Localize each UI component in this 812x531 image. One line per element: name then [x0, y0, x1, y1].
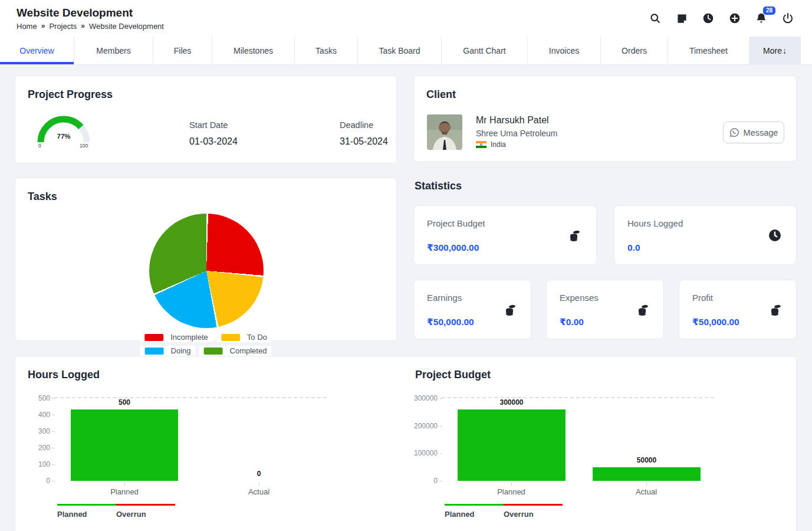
legend-item-overrun[interactable]: Overrun: [116, 504, 175, 519]
completed-swatch: [204, 348, 223, 355]
tab-members[interactable]: Members: [74, 37, 153, 64]
sticky-note-icon[interactable]: [675, 12, 688, 25]
start-date-value: 01-03-2024: [189, 136, 238, 147]
overview-content: Project Progress 77% 0 100 Start Date 01…: [0, 65, 812, 531]
stat-label: Project Budget: [427, 218, 485, 228]
tab-more[interactable]: More↓: [749, 37, 801, 64]
charts-card: Hours Logged 500 400 300 200 100 0 500 0…: [15, 356, 797, 531]
todo-swatch: [221, 334, 240, 341]
breadcrumb-separator: »: [81, 22, 85, 30]
statistics-title: Statistics: [415, 180, 797, 192]
legend-item-planned[interactable]: Planned: [445, 504, 504, 519]
search-icon[interactable]: [649, 12, 662, 25]
x-category-label: Actual: [617, 487, 676, 496]
coins-icon: [769, 303, 783, 317]
tab-orders[interactable]: Orders: [601, 37, 668, 64]
legend-item-incomplete[interactable]: Incomplete: [140, 332, 213, 342]
stat-value: ₹50,000.00: [427, 317, 474, 327]
bell-icon[interactable]: 28: [755, 12, 768, 25]
project-progress-title: Project Progress: [28, 88, 113, 101]
bar-value-label: 300000: [499, 398, 523, 407]
start-date-label: Start Date: [189, 120, 228, 130]
legend-item-completed[interactable]: Completed: [199, 346, 272, 356]
message-button[interactable]: Message: [723, 122, 784, 143]
hours-actual-bar: 0: [205, 398, 313, 481]
client-name: Mr Harsukh Patel: [476, 115, 549, 126]
stat-card-hours-logged: Hours Logged 0.0: [614, 205, 797, 265]
client-company: Shree Uma Petroleum: [476, 129, 558, 138]
legend-item-overrun[interactable]: Overrun: [504, 504, 563, 519]
hours-logged-chart-title: Hours Logged: [28, 369, 100, 381]
breadcrumb: Home » Projects » Website Development: [17, 22, 164, 31]
gauge-min-label: 0: [38, 143, 41, 149]
y-tick: 100: [23, 460, 50, 468]
incomplete-label: Incomplete: [170, 333, 208, 342]
tab-milestones[interactable]: Milestones: [212, 37, 295, 64]
tab-overview[interactable]: Overview: [0, 37, 74, 64]
hours-logged-legend: Planned Overrun: [57, 504, 175, 519]
y-tick: 300000: [410, 394, 438, 402]
breadcrumb-projects[interactable]: Projects: [49, 22, 77, 31]
stat-card-expenses: Expenses ₹0.00: [546, 280, 664, 339]
tasks-pie-legend-row1: Incomplete To Do: [140, 332, 272, 342]
message-button-label: Message: [744, 128, 778, 137]
project-tabbar: Overview Members Files Milestones Tasks …: [0, 37, 812, 65]
plus-circle-icon[interactable]: [728, 12, 741, 25]
stat-card-earnings: Earnings ₹50,000.00: [413, 280, 531, 339]
legend-item-doing[interactable]: Doing: [140, 346, 196, 356]
tab-files[interactable]: Files: [153, 37, 212, 64]
legend-item-planned[interactable]: Planned: [57, 504, 116, 519]
header-left: Website Development Home » Projects » We…: [17, 6, 164, 31]
stat-label: Expenses: [560, 293, 599, 303]
tasks-pie-chart: [149, 214, 264, 328]
coins-icon: [636, 303, 650, 317]
tab-gantt-chart[interactable]: Gantt Chart: [442, 37, 528, 64]
bar-value-label: 500: [119, 398, 130, 407]
y-tick: 400: [23, 411, 50, 419]
legend-overrun-label: Overrun: [116, 510, 175, 519]
legend-item-todo[interactable]: To Do: [216, 332, 272, 342]
deadline-value: 31-05-2024: [340, 136, 388, 147]
project-progress-card: Project Progress 77% 0 100 Start Date 01…: [15, 76, 397, 163]
todo-label: To Do: [247, 333, 267, 342]
tab-timesheet[interactable]: Timesheet: [668, 37, 749, 64]
power-icon[interactable]: [781, 12, 794, 25]
stat-value: 0.0: [627, 242, 640, 253]
project-budget-legend: Planned Overrun: [445, 504, 563, 519]
stat-label: Earnings: [427, 293, 462, 303]
y-tick: 0: [410, 477, 438, 485]
legend-planned-label: Planned: [57, 510, 116, 519]
stat-label: Hours Logged: [627, 218, 683, 228]
header-icons: 28: [649, 12, 794, 25]
breadcrumb-separator: »: [41, 22, 45, 30]
client-card: Client Mr Harsukh Patel Shree Uma Petrol: [413, 76, 797, 162]
stat-card-profit: Profit ₹50,000.00: [679, 280, 797, 339]
x-category-label: Planned: [95, 487, 154, 496]
tasks-card: Tasks Incomplete To Do Doing: [15, 178, 397, 341]
tab-invoices[interactable]: Invoices: [528, 37, 601, 64]
clock-icon[interactable]: [702, 12, 715, 25]
progress-gauge: 77% 0 100: [34, 113, 93, 148]
notification-badge: 28: [763, 6, 775, 15]
budget-planned-bar: 300000: [458, 398, 566, 481]
stat-value: ₹0.00: [560, 317, 584, 327]
x-category-label: Planned: [482, 487, 541, 496]
y-tick: 200: [23, 444, 50, 452]
stat-value: ₹300,000.00: [427, 242, 479, 253]
gauge-max-label: 100: [80, 143, 88, 149]
client-country: India: [476, 140, 506, 149]
tabbar-filler: [801, 37, 812, 64]
tab-task-board[interactable]: Task Board: [358, 37, 442, 64]
tab-tasks[interactable]: Tasks: [295, 37, 358, 64]
coins-icon: [504, 303, 518, 317]
tasks-title: Tasks: [28, 191, 57, 203]
completed-label: Completed: [230, 346, 267, 355]
breadcrumb-current: Website Development: [89, 22, 164, 31]
stat-card-project-budget: Project Budget ₹300,000.00: [413, 205, 597, 265]
x-category-label: Actual: [229, 487, 288, 496]
client-country-label: India: [491, 140, 506, 149]
tasks-pie-legend-row2: Doing Completed: [140, 346, 272, 356]
bar-value-label: 50000: [637, 456, 656, 464]
legend-planned-label: Planned: [445, 510, 504, 519]
breadcrumb-home[interactable]: Home: [17, 22, 37, 31]
